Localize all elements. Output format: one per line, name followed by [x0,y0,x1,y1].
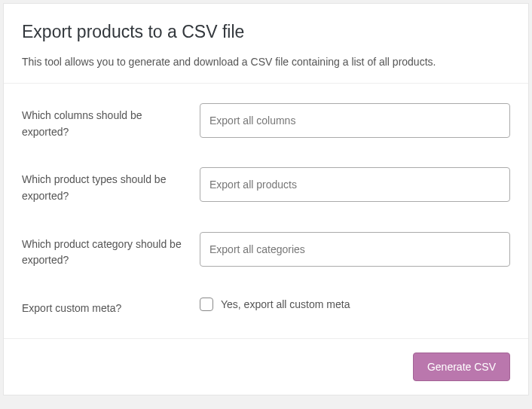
meta-control: Yes, export all custom meta [200,296,510,311]
export-form: Which columns should be exported? Export… [4,83,528,338]
types-label: Which product types should be exported? [22,167,200,204]
category-control: Export all categories [200,232,510,267]
page-description: This tool allows you to generate and dow… [22,56,510,68]
category-select[interactable]: Export all categories [200,232,510,267]
types-control: Export all products [200,167,510,202]
export-panel: Export products to a CSV file This tool … [3,3,529,395]
page-title: Export products to a CSV file [22,22,510,42]
types-row: Which product types should be exported? … [22,154,510,218]
meta-checkbox-wrapper: Yes, export all custom meta [200,296,510,311]
columns-control: Export all columns [200,103,510,138]
category-label: Which product category should be exporte… [22,232,200,269]
meta-row: Export custom meta? Yes, export all cust… [22,282,510,331]
meta-label: Export custom meta? [22,296,200,317]
meta-checkbox-label: Yes, export all custom meta [221,298,350,310]
columns-label: Which columns should be exported? [22,103,200,140]
columns-row: Which columns should be exported? Export… [22,90,510,154]
columns-select[interactable]: Export all columns [200,103,510,138]
types-select[interactable]: Export all products [200,167,510,202]
category-row: Which product category should be exporte… [22,218,510,282]
panel-header: Export products to a CSV file This tool … [4,4,528,83]
meta-checkbox[interactable] [200,298,213,311]
generate-csv-button[interactable]: Generate CSV [413,353,510,381]
panel-footer: Generate CSV [4,338,528,395]
